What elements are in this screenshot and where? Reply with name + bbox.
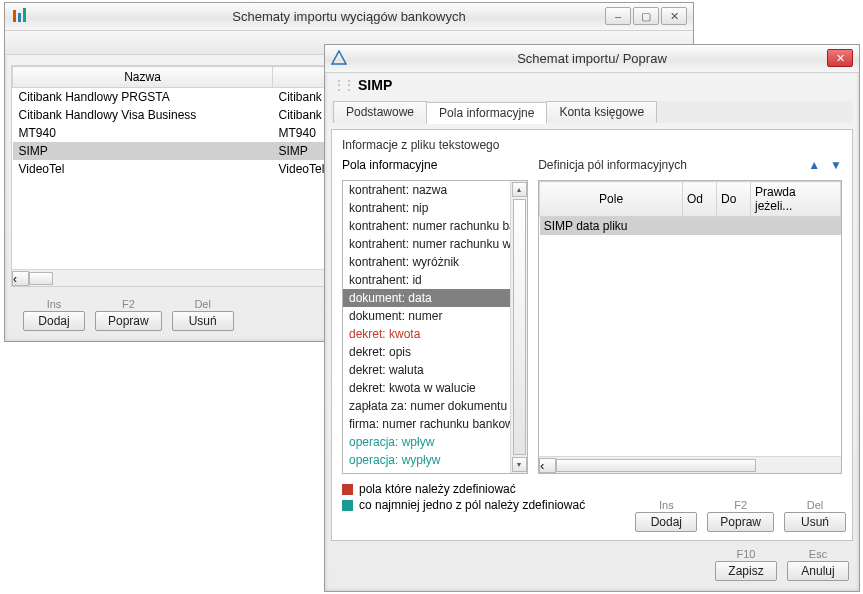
col-nazwa[interactable]: Nazwa	[13, 67, 273, 88]
list-item[interactable]: operacja: wpływ	[343, 433, 510, 451]
add-button[interactable]: Dodaj	[23, 311, 85, 331]
win1-titlebar: Schematy importu wyciągów bankowych – ▢ …	[5, 3, 693, 31]
tab-konta-ksiegowe[interactable]: Konta księgowe	[546, 101, 657, 123]
tabpage: Informacje z pliku tekstowego Pola infor…	[331, 129, 853, 541]
scroll-thumb[interactable]	[29, 272, 53, 285]
move-down-icon[interactable]: ▼	[830, 158, 842, 172]
list-item[interactable]: dekret: kwota	[343, 325, 510, 343]
def-hscrollbar[interactable]: ‹	[539, 456, 841, 473]
svg-rect-0	[13, 10, 16, 22]
def-add-button[interactable]: Dodaj	[635, 512, 697, 532]
legend-teal-swatch	[342, 500, 353, 511]
edit-button[interactable]: Popraw	[95, 311, 162, 331]
svg-marker-3	[332, 51, 346, 64]
vscrollbar[interactable]: ▴ ▾	[510, 181, 527, 473]
grip-icon: ⋮⋮	[333, 78, 353, 92]
list-item[interactable]: firma: numer rachunku bankowego	[343, 415, 510, 433]
hint-ins: Ins	[659, 499, 674, 511]
col-do[interactable]: Do	[717, 182, 751, 217]
list-item[interactable]: kontrahent: numer rachunku wirtualne	[343, 235, 510, 253]
col-od[interactable]: Od	[683, 182, 717, 217]
scroll-left-button[interactable]: ‹	[539, 458, 556, 473]
win2-titlebar: Schemat importu/ Popraw ✕	[325, 45, 859, 73]
win1-title: Schematy importu wyciągów bankowych	[232, 9, 465, 24]
group-title: Informacje z pliku tekstowego	[342, 138, 842, 152]
svg-rect-1	[18, 13, 21, 22]
def-edit-button[interactable]: Popraw	[707, 512, 774, 532]
def-delete-button[interactable]: Usuń	[784, 512, 846, 532]
col-prawda[interactable]: Prawda jeżeli...	[751, 182, 841, 217]
list-item[interactable]: kontrahent: nazwa	[343, 181, 510, 199]
win2-title: Schemat importu/ Popraw	[517, 51, 667, 66]
save-button[interactable]: Zapisz	[715, 561, 777, 581]
hint-esc: Esc	[809, 548, 827, 560]
delete-button[interactable]: Usuń	[172, 311, 234, 331]
close-button[interactable]: ✕	[661, 7, 687, 25]
scroll-up-button[interactable]: ▴	[512, 182, 527, 197]
def-title: Definicja pól informacyjnych	[538, 158, 687, 172]
col-pole[interactable]: Pole	[540, 182, 683, 217]
move-up-icon[interactable]: ▲	[808, 158, 820, 172]
hint-ins: Ins	[47, 298, 62, 310]
app-icon	[331, 50, 347, 66]
scheme-name: SIMP	[358, 77, 392, 93]
maximize-button[interactable]: ▢	[633, 7, 659, 25]
list-title: Pola informacyjne	[342, 158, 528, 176]
list-item[interactable]: zapłata za: numer dokumentu	[343, 397, 510, 415]
cancel-button[interactable]: Anuluj	[787, 561, 849, 581]
tab-podstawowe[interactable]: Podstawowe	[333, 101, 427, 123]
list-item[interactable]: dokument: data	[343, 289, 510, 307]
fields-listbox[interactable]: kontrahent: nazwakontrahent: nipkontrahe…	[342, 180, 528, 474]
list-item[interactable]: operacja: wypływ	[343, 451, 510, 469]
legend-red-text: pola które należy zdefiniować	[359, 482, 516, 496]
table-row[interactable]: SIMP data pliku	[540, 217, 841, 236]
tab-pola-informacyjne[interactable]: Pola informacyjne	[426, 102, 547, 124]
app-icon	[11, 8, 27, 24]
list-item[interactable]: kontrahent: id	[343, 271, 510, 289]
list-item[interactable]: dekret: waluta	[343, 361, 510, 379]
close-button[interactable]: ✕	[827, 49, 853, 67]
definition-table[interactable]: Pole Od Do Prawda jeżeli... SIMP data pl…	[538, 180, 842, 474]
list-item[interactable]: kontrahent: nip	[343, 199, 510, 217]
hint-del: Del	[807, 499, 824, 511]
list-item[interactable]: kontrahent: wyróżnik	[343, 253, 510, 271]
scroll-thumb[interactable]	[513, 199, 526, 455]
legend-red-swatch	[342, 484, 353, 495]
list-item[interactable]: kontrahent: numer rachunku bankow	[343, 217, 510, 235]
hint-f2: F2	[122, 298, 135, 310]
scroll-thumb[interactable]	[556, 459, 756, 472]
hint-f2: F2	[734, 499, 747, 511]
legend-teal-text: co najmniej jedno z pól należy zdefiniow…	[359, 498, 585, 512]
scroll-left-button[interactable]: ‹	[12, 271, 29, 286]
tabstrip: Podstawowe Pola informacyjne Konta księg…	[331, 101, 853, 123]
svg-rect-2	[23, 8, 26, 22]
scroll-down-button[interactable]: ▾	[512, 457, 527, 472]
list-item[interactable]: dokument: numer	[343, 307, 510, 325]
hint-f10: F10	[737, 548, 756, 560]
list-item[interactable]: dekret: opis	[343, 343, 510, 361]
list-item[interactable]: dekret: kwota w walucie	[343, 379, 510, 397]
minimize-button[interactable]: –	[605, 7, 631, 25]
hint-del: Del	[194, 298, 211, 310]
